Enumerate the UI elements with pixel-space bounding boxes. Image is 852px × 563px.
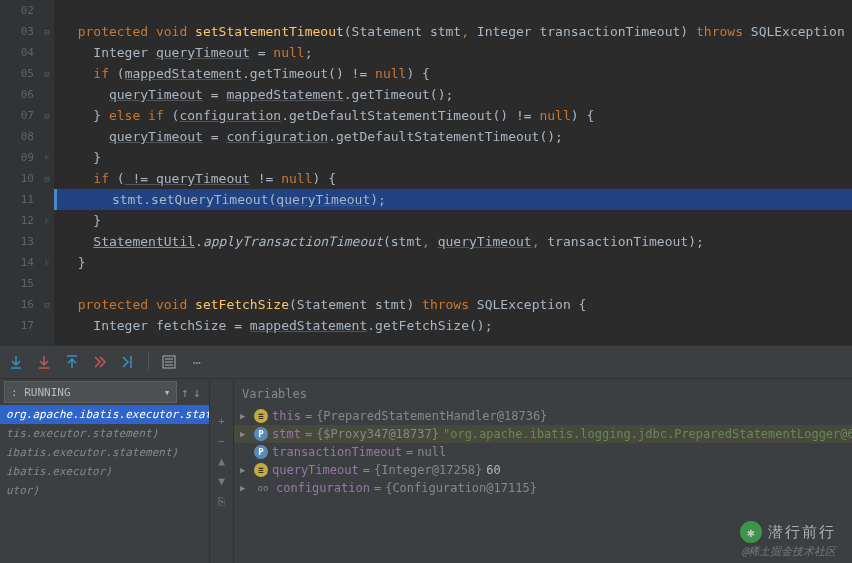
expand-arrow-icon[interactable]: ▶ [240, 411, 250, 421]
add-watch-icon[interactable]: + [210, 411, 233, 431]
vars-gutter: + − ▲ ▼ ⎘ [210, 379, 234, 563]
var-name: transactionTimeout [272, 445, 402, 459]
step-out-icon[interactable] [64, 354, 80, 370]
variable-row[interactable]: ▶≡ this = {PreparedStatementHandler@1873… [234, 407, 852, 425]
frame-up-icon[interactable]: ↑ [181, 385, 189, 400]
var-type-icon: ≡ [254, 409, 268, 423]
variables-title: Variables [234, 387, 852, 407]
var-name: configuration [276, 481, 370, 495]
stack-frame[interactable]: ibatis.executor) [0, 462, 209, 481]
watch-down-icon[interactable]: ▼ [210, 471, 233, 491]
more-icon[interactable]: ⋯ [189, 354, 205, 370]
expand-arrow-icon[interactable]: ▶ [240, 429, 250, 439]
debug-panel: : RUNNING ▾ ↑ ↓ org.apache.ibatis.execut… [0, 379, 852, 563]
step-over-icon[interactable] [8, 354, 24, 370]
stack-frame[interactable]: utor) [0, 481, 209, 500]
var-type-icon: P [254, 427, 268, 441]
step-into-icon[interactable] [36, 354, 52, 370]
var-name: this [272, 409, 301, 423]
fold-column[interactable]: ⊟ ⊟⊟ ⊦⊟ ⊦ ⊦⊟ [40, 0, 54, 345]
force-step-icon[interactable] [92, 354, 108, 370]
var-type-icon: oo [254, 481, 272, 495]
stack-frame[interactable]: tis.executor.statement) [0, 424, 209, 443]
run-to-cursor-icon[interactable] [120, 354, 136, 370]
variable-row[interactable]: ▶oo configuration = {Configuration@17115… [234, 479, 852, 497]
copy-icon[interactable]: ⎘ [210, 491, 233, 511]
remove-watch-icon[interactable]: − [210, 431, 233, 451]
thread-selector[interactable]: : RUNNING ▾ [4, 381, 177, 403]
chevron-down-icon: ▾ [164, 386, 171, 399]
watch-up-icon[interactable]: ▲ [210, 451, 233, 471]
frame-down-icon[interactable]: ↓ [193, 385, 201, 400]
frames-panel: : RUNNING ▾ ↑ ↓ org.apache.ibatis.execut… [0, 379, 210, 563]
thread-label: : RUNNING [11, 386, 71, 399]
variable-row[interactable]: P transactionTimeout = null [234, 443, 852, 461]
expand-arrow-icon[interactable]: ▶ [240, 483, 250, 493]
var-name: queryTimeout [272, 463, 359, 477]
var-value: {$Proxy347@18737} [316, 427, 439, 441]
wechat-icon: ✱ [740, 521, 762, 543]
stack-frame[interactable]: org.apache.ibatis.executor.statement) [0, 405, 209, 424]
variable-row[interactable]: ▶P stmt = {$Proxy347@18737} "org.apache.… [234, 425, 852, 443]
debug-toolbar: ⋯ [0, 345, 852, 379]
variable-row[interactable]: ▶≡ queryTimeout = {Integer@17258} 60 [234, 461, 852, 479]
line-number-gutter[interactable]: 02 03 04 05 06 07 08 09 10 11 12 13 14 1… [0, 0, 40, 345]
stack-frame[interactable]: ibatis.executor.statement) [0, 443, 209, 462]
code-editor[interactable]: 02 03 04 05 06 07 08 09 10 11 12 13 14 1… [0, 0, 852, 345]
var-name: stmt [272, 427, 301, 441]
var-value: null [417, 445, 446, 459]
expand-arrow-icon[interactable]: ▶ [240, 465, 250, 475]
watermark: ✱ 潜行前行 [740, 521, 836, 543]
var-type-icon: P [254, 445, 268, 459]
toolbar-separator [148, 353, 149, 371]
watermark-sub: @稀土掘金技术社区 [741, 544, 836, 559]
code-content[interactable]: protected void setStatementTimeout(State… [54, 0, 852, 345]
var-value: {Configuration@17115} [385, 481, 537, 495]
evaluate-icon[interactable] [161, 354, 177, 370]
var-value: {PreparedStatementHandler@18736} [316, 409, 547, 423]
var-type-icon: ≡ [254, 463, 268, 477]
var-value: {Integer@17258} [374, 463, 482, 477]
